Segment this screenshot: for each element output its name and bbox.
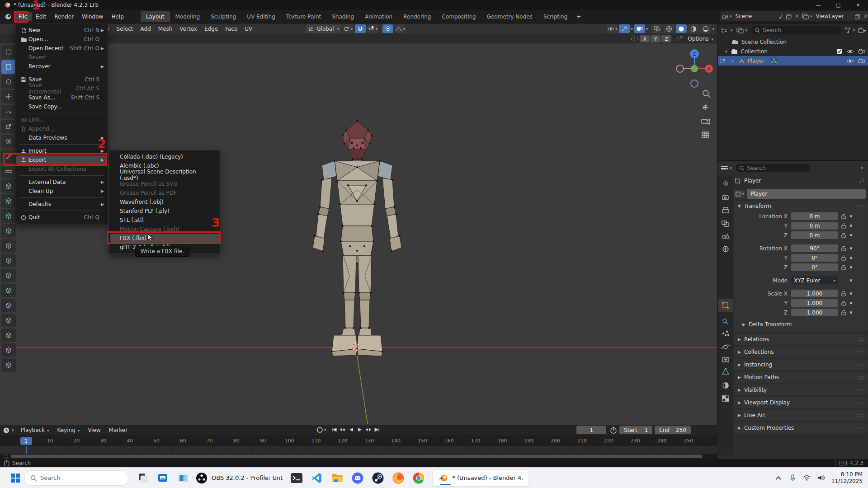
end-frame-field[interactable]: End250 <box>655 426 691 434</box>
tool-edge-slide[interactable] <box>1 314 16 327</box>
expand-icon[interactable]: ▸ <box>732 59 734 63</box>
viewport-menu-select[interactable]: Select <box>113 25 137 33</box>
tab-material[interactable] <box>723 383 728 388</box>
export-menu-item-stl-stl[interactable]: STL (.stl) <box>109 216 220 225</box>
tool-spin[interactable] <box>1 284 16 297</box>
value-field[interactable]: 1.000 <box>791 299 838 307</box>
workspace-tab-scripting[interactable]: Scripting <box>538 11 573 22</box>
shading-rendered-button[interactable] <box>700 24 711 33</box>
panel-viewport-display[interactable]: ▶Viewport Display∷∷ <box>734 397 868 408</box>
tab-view-layer[interactable] <box>722 221 729 226</box>
taskbar-clock[interactable]: 8:10 PM 11/12/2025 <box>831 471 863 485</box>
tab-scene[interactable] <box>722 234 729 238</box>
lock-icon[interactable] <box>838 246 849 251</box>
outliner-search[interactable]: Search <box>751 26 841 34</box>
file-menu-item-external-data[interactable]: External Data▶ <box>15 178 108 187</box>
viewport-menu-edge[interactable]: Edge <box>201 25 222 33</box>
file-menu-item-save-copy[interactable]: Save Copy... <box>15 102 108 111</box>
viewport-menu-mesh[interactable]: Mesh <box>155 25 176 33</box>
tool-measure[interactable] <box>1 164 16 178</box>
lock-icon[interactable] <box>838 291 849 296</box>
vscode-icon[interactable] <box>311 472 323 484</box>
tool-inset-faces[interactable] <box>1 209 16 223</box>
file-manager-icon[interactable] <box>177 472 189 484</box>
taskbar-search[interactable]: Search <box>24 470 128 486</box>
animate-dot[interactable] <box>850 292 852 295</box>
workspace-tab-animation[interactable]: Animation <box>359 11 398 22</box>
value-field[interactable]: 1.000 <box>791 309 838 316</box>
scrollbar-thumb[interactable] <box>11 455 703 458</box>
file-menu-item-open[interactable]: Open...Ctrl O <box>15 35 108 44</box>
tool-scale[interactable] <box>1 120 16 133</box>
camera-view-icon[interactable] <box>702 119 710 124</box>
export-menu-item-grease-pencil-as-pdf[interactable]: Grease Pencil as PDF <box>109 188 220 197</box>
outliner-row-scene-collection[interactable]: Scene Collection <box>718 37 868 47</box>
delta-transform-header[interactable]: ▶Delta Transform <box>734 319 868 329</box>
steam-icon[interactable] <box>372 472 384 484</box>
object-name-field[interactable]: Player <box>747 189 866 199</box>
value-field[interactable]: 0 m <box>791 231 838 239</box>
close-button[interactable]: ✕ <box>848 0 868 10</box>
mirror-z-button[interactable]: Z <box>661 35 671 42</box>
menubar-item-render[interactable]: Render <box>50 12 78 21</box>
tool-knife[interactable] <box>1 254 16 267</box>
workspace-tab-uv-editing[interactable]: UV Editing <box>241 11 281 22</box>
playhead[interactable] <box>26 446 27 454</box>
tab-tool[interactable] <box>724 182 727 185</box>
viewlayer-selector[interactable]: ▾ ViewLayer ✕ <box>800 11 868 21</box>
xray-toggle[interactable] <box>651 24 662 33</box>
export-menu-item-wavefront-obj[interactable]: Wavefront (.obj) <box>109 197 220 206</box>
gizmo-z-neg-axis[interactable] <box>691 80 698 87</box>
workspace-tab-texture-paint[interactable]: Texture Paint <box>281 11 326 22</box>
panel-visibility[interactable]: ▶Visibility∷∷ <box>734 385 868 395</box>
lock-icon[interactable] <box>838 255 849 261</box>
prev-keyframe-button[interactable] <box>339 426 347 434</box>
jump-to-start-button[interactable] <box>330 426 339 434</box>
snap-increment-dropdown[interactable]: ▾ <box>367 24 378 33</box>
file-explorer-icon[interactable] <box>331 472 344 484</box>
value-field[interactable]: 0 m <box>791 222 838 230</box>
tool-smooth[interactable] <box>1 299 16 312</box>
taskbar-blender-window[interactable]: * (Unsaved) - Blender 4. <box>432 469 529 487</box>
remove-viewlayer-icon[interactable]: ✕ <box>863 13 868 19</box>
properties-editor-icon[interactable] <box>721 165 729 171</box>
properties-search[interactable]: Search <box>736 164 811 172</box>
workspace-tab-layout[interactable]: Layout <box>141 11 170 22</box>
viewport-menu-uv[interactable]: UV <box>241 25 256 33</box>
tab-physics[interactable] <box>722 345 730 349</box>
file-menu-item-revert[interactable]: Revert <box>15 53 108 62</box>
current-frame-field[interactable]: 1 <box>576 426 606 434</box>
microphone-icon[interactable] <box>790 474 796 482</box>
pin-icon[interactable] <box>778 14 783 19</box>
value-field[interactable]: 0° <box>791 254 838 262</box>
viewport-menu-add[interactable]: Add <box>137 25 155 33</box>
file-menu-item-export-all-collections[interactable]: Export All Collections <box>15 164 108 174</box>
value-field[interactable]: 90° <box>791 244 838 252</box>
timeline-menu-marker[interactable]: Marker <box>105 426 132 434</box>
animate-dot[interactable] <box>850 257 852 259</box>
play-reverse-button[interactable] <box>347 426 356 434</box>
workspace-tab-geometry-nodes[interactable]: Geometry Nodes <box>481 11 538 22</box>
lock-icon[interactable] <box>838 300 849 306</box>
file-menu-item-append[interactable]: Append... <box>15 124 108 133</box>
firefox-icon[interactable] <box>392 472 405 484</box>
properties-options-icon[interactable]: ▾ <box>861 166 863 170</box>
start-frame-field[interactable]: Start1 <box>619 426 652 434</box>
tool-extrude-region[interactable] <box>1 194 16 208</box>
editor-type-icon[interactable] <box>3 427 11 434</box>
filter-id-icon[interactable] <box>736 27 745 33</box>
snap-magnet-toggle[interactable] <box>355 24 366 33</box>
transform-panel-header[interactable]: ▼Transform∷∷ <box>734 201 868 211</box>
timeline-menu-playback[interactable]: Playback ▾ <box>17 426 53 434</box>
zoom-tool-icon[interactable] <box>703 90 710 98</box>
tool-poly-build[interactable] <box>1 269 16 282</box>
shading-wireframe-button[interactable] <box>664 24 675 33</box>
tool-cursor[interactable] <box>1 75 16 89</box>
tab-output[interactable] <box>722 207 729 213</box>
tab-world[interactable] <box>723 246 728 252</box>
pin-icon[interactable] <box>859 178 865 184</box>
lock-icon[interactable] <box>838 265 849 270</box>
unlink-scene-icon[interactable]: ✕ <box>795 13 799 19</box>
panel-relations[interactable]: ▶Relations∷∷ <box>734 334 868 345</box>
file-menu-item-data-previews[interactable]: Data Previews▶ <box>15 133 108 142</box>
